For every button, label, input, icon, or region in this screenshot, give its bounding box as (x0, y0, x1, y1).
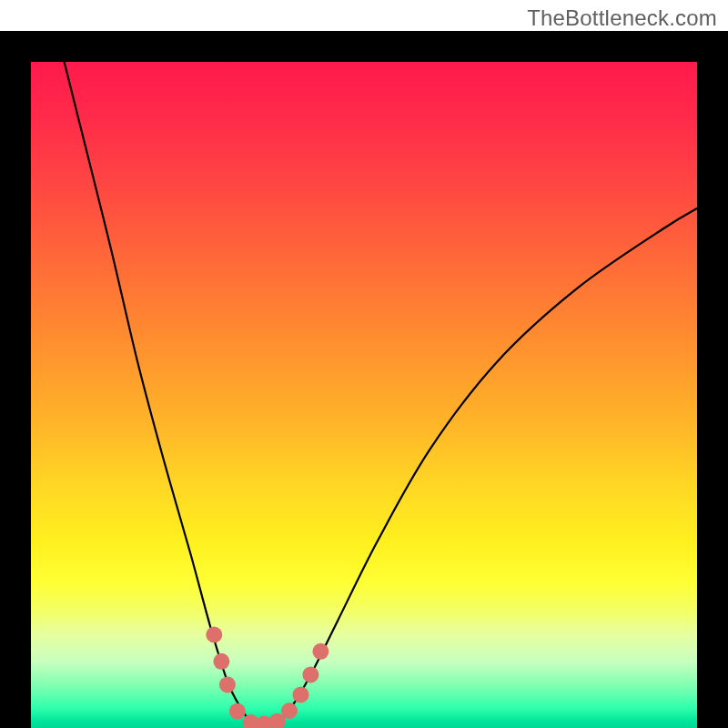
chart-frame (0, 31, 728, 728)
curve-marker (219, 676, 236, 693)
chart-plot-area (31, 62, 697, 728)
watermark-text: TheBottleneck.com (527, 5, 717, 31)
bottleneck-chart-page: TheBottleneck.com (0, 0, 728, 728)
curve-marker (229, 703, 246, 720)
curve-marker (213, 653, 229, 670)
curve-marker (293, 686, 309, 703)
chart-svg (31, 62, 697, 728)
curve-marker (302, 666, 318, 682)
curve-marker (281, 703, 298, 719)
bottleneck-curve (65, 62, 697, 724)
curve-marker (206, 627, 222, 643)
marker-group (206, 627, 329, 729)
curve-marker (312, 643, 329, 660)
